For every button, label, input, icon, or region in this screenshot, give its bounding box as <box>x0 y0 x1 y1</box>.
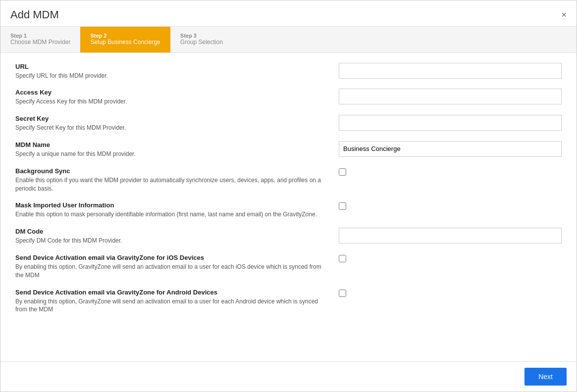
url-control <box>339 63 562 79</box>
close-button[interactable]: × <box>561 10 567 19</box>
dm-code-field-info: DM Code Specify DM Code for this MDM Pro… <box>15 228 339 245</box>
secret-key-control <box>339 115 562 131</box>
step-2: Step 2 Setup Business Concierge <box>80 27 170 52</box>
background-sync-control <box>339 167 562 177</box>
mask-user-row: Mask Imported User Information Enable th… <box>15 201 562 219</box>
next-button[interactable]: Next <box>525 368 567 386</box>
step2-number: Step 2 <box>90 33 160 39</box>
url-label: URL <box>15 63 329 70</box>
step-1: Step 1 Choose MDM Provider <box>0 27 80 52</box>
ios-activation-field-info: Send Device Activation email via Gravity… <box>15 254 339 280</box>
dialog-header: Add MDM × <box>0 0 577 26</box>
access-key-desc: Specify Access Key for this MDM provider… <box>15 98 329 106</box>
step1-number: Step 1 <box>10 33 70 39</box>
dm-code-label: DM Code <box>15 228 329 235</box>
mdm-name-field-info: MDM Name Specify a unique name for this … <box>15 141 339 158</box>
access-key-input[interactable] <box>339 89 562 104</box>
mask-user-field-info: Mask Imported User Information Enable th… <box>15 201 339 219</box>
mask-user-desc: Enable this option to mask personally id… <box>15 210 329 219</box>
url-row: URL Specify URL for this MDM provider. <box>15 63 562 80</box>
ios-activation-label: Send Device Activation email via Gravity… <box>15 254 329 261</box>
access-key-field-info: Access Key Specify Access Key for this M… <box>15 89 339 106</box>
ios-activation-desc: By enabling this option, GravityZone wil… <box>15 263 329 280</box>
dm-code-input[interactable] <box>339 228 562 244</box>
steps-bar: Step 1 Choose MDM Provider Step 2 Setup … <box>0 26 577 53</box>
dm-code-control <box>339 228 562 244</box>
mdm-name-control <box>339 141 562 157</box>
url-input[interactable] <box>339 63 562 79</box>
secret-key-field-info: Secret Key Specify Secret Key for this M… <box>15 115 339 132</box>
background-sync-desc: Enable this option if you want the MDM p… <box>15 176 329 193</box>
dialog-footer: Next <box>0 361 577 392</box>
mdm-name-row: MDM Name Specify a unique name for this … <box>15 141 562 158</box>
android-activation-control <box>339 289 562 298</box>
mask-user-label: Mask Imported User Information <box>15 201 329 209</box>
dialog-title: Add MDM <box>10 8 59 21</box>
secret-key-desc: Specify Secret Key for this MDM Provider… <box>15 124 329 132</box>
url-desc: Specify URL for this MDM provider. <box>15 72 329 80</box>
background-sync-row: Background Sync Enable this option if yo… <box>15 167 562 193</box>
mask-user-control <box>339 201 562 211</box>
step-3: Step 3 Group Selection <box>170 27 250 52</box>
ios-activation-row: Send Device Activation email via Gravity… <box>15 254 562 280</box>
dm-code-desc: Specify DM Code for this MDM Provider. <box>15 237 329 245</box>
android-activation-checkbox[interactable] <box>339 290 346 297</box>
secret-key-row: Secret Key Specify Secret Key for this M… <box>15 115 562 132</box>
android-activation-field-info: Send Device Activation email via Gravity… <box>15 289 339 314</box>
ios-activation-control <box>339 254 562 264</box>
dm-code-row: DM Code Specify DM Code for this MDM Pro… <box>15 228 562 245</box>
step2-label: Setup Business Concierge <box>90 39 160 47</box>
url-field-info: URL Specify URL for this MDM provider. <box>15 63 339 80</box>
step1-label: Choose MDM Provider <box>10 39 70 47</box>
step3-label: Group Selection <box>180 39 240 47</box>
secret-key-input[interactable] <box>339 115 562 131</box>
android-activation-desc: By enabling this option, GravityZone wil… <box>15 297 329 314</box>
step3-number: Step 3 <box>180 33 240 39</box>
access-key-label: Access Key <box>15 89 329 96</box>
ios-activation-checkbox[interactable] <box>339 255 346 262</box>
android-activation-label: Send Device Activation email via Gravity… <box>15 289 329 296</box>
background-sync-checkbox[interactable] <box>339 168 346 176</box>
mdm-name-label: MDM Name <box>15 141 329 148</box>
mdm-name-desc: Specify a unique name for this MDM provi… <box>15 150 329 158</box>
form-content: URL Specify URL for this MDM provider. A… <box>0 53 577 361</box>
access-key-row: Access Key Specify Access Key for this M… <box>15 89 562 106</box>
mdm-name-input[interactable] <box>339 141 562 157</box>
add-mdm-dialog: Add MDM × Step 1 Choose MDM Provider Ste… <box>0 0 577 392</box>
android-activation-row: Send Device Activation email via Gravity… <box>15 289 562 314</box>
access-key-control <box>339 89 562 104</box>
background-sync-label: Background Sync <box>15 167 329 175</box>
background-sync-field-info: Background Sync Enable this option if yo… <box>15 167 339 193</box>
mask-user-checkbox[interactable] <box>339 202 346 210</box>
secret-key-label: Secret Key <box>15 115 329 122</box>
